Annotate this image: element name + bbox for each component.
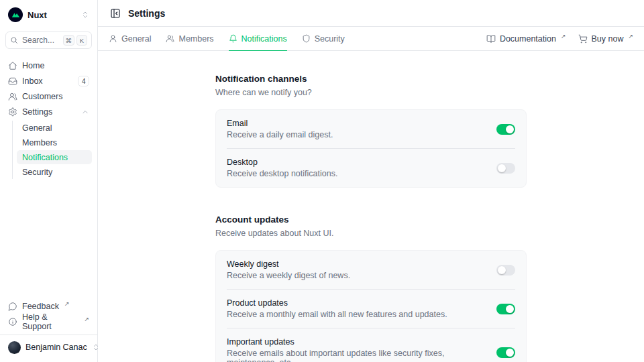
kbd-k: K: [76, 35, 87, 46]
chevrons-up-down-icon: [81, 11, 89, 19]
footer-link-label: Help & Support: [22, 312, 78, 331]
book-open-icon: [486, 34, 496, 44]
toggle-knob: [498, 266, 506, 274]
message-bubble-icon: [8, 302, 17, 311]
sidebar-spacer: [5, 179, 92, 299]
search-box[interactable]: ⌘ K: [5, 32, 92, 49]
app-window: Nuxt ⌘ K Home: [0, 0, 644, 362]
settings-card: Weekly digest Receive a weekly digest of…: [215, 250, 527, 362]
header-link-label: Documentation: [500, 34, 556, 44]
workspace-name: Nuxt: [28, 10, 76, 20]
tab-members[interactable]: Members: [166, 27, 213, 50]
settings-content: Notification channels Where can we notif…: [98, 51, 644, 362]
field-row-desktop: Desktop Receive desktop notifications.: [216, 149, 526, 187]
header-link-label: Buy now: [592, 34, 624, 44]
field-description: Receive a monthly email with all new fea…: [227, 310, 486, 319]
sidebar-item-customers[interactable]: Customers: [5, 89, 92, 104]
field-texts: Important updates Receive emails about i…: [227, 337, 486, 362]
field-description: Receive emails about important updates l…: [227, 349, 486, 362]
field-description: Receive a weekly digest of news.: [227, 271, 486, 280]
sidebar-subitem-notifications[interactable]: Notifications: [17, 150, 92, 164]
sidebar: Nuxt ⌘ K Home: [0, 0, 98, 362]
feedback-link[interactable]: Feedback ↗: [5, 299, 92, 314]
info-circle-icon: [8, 317, 17, 326]
field-label: Email: [227, 119, 486, 128]
users-icon: [8, 92, 17, 101]
sidebar-subitem-security[interactable]: Security: [17, 165, 92, 179]
sidebar-subitem-label: Members: [22, 138, 57, 147]
sidebar-subitem-label: Security: [22, 168, 52, 177]
sidebar-subitem-label: Notifications: [22, 153, 68, 162]
field-texts: Desktop Receive desktop notifications.: [227, 158, 486, 178]
gear-icon: [8, 107, 17, 117]
external-link-icon: ↗: [64, 300, 70, 307]
page-header: Settings: [98, 0, 644, 27]
field-label: Desktop: [227, 158, 486, 167]
field-row-email: Email Receive a daily email digest.: [216, 110, 526, 148]
tab-general[interactable]: General: [109, 27, 151, 50]
collapse-sidebar-icon[interactable]: [109, 7, 122, 20]
sidebar-subitem-label: General: [22, 123, 52, 133]
sidebar-nav: Home Inbox 4 Customers Settings: [5, 58, 92, 179]
shopping-cart-icon: [578, 34, 588, 44]
tab-label: Security: [315, 34, 345, 44]
settings-column: Notification channels Where can we notif…: [215, 74, 527, 362]
section-notification-channels: Notification channels Where can we notif…: [215, 74, 527, 188]
sidebar-item-label: Home: [22, 61, 89, 70]
help-support-link[interactable]: Help & Support ↗: [5, 314, 92, 329]
users-icon: [166, 34, 174, 43]
buy-now-link[interactable]: Buy now ↗: [578, 34, 634, 44]
settings-card: Email Receive a daily email digest. Desk…: [215, 109, 527, 188]
external-link-icon: ↗: [628, 33, 633, 40]
user-name: Benjamin Canac: [25, 343, 87, 352]
sidebar-item-label: Customers: [22, 92, 89, 101]
section-description: Where can we notify you?: [215, 88, 527, 97]
sidebar-item-home[interactable]: Home: [5, 58, 92, 73]
field-label: Weekly digest: [227, 259, 486, 269]
section-title: Notification channels: [215, 74, 527, 84]
external-link-icon: ↗: [84, 316, 89, 322]
tab-notifications[interactable]: Notifications: [229, 27, 287, 50]
chevron-up-icon: [81, 108, 89, 116]
field-label: Product updates: [227, 298, 486, 308]
workspace-switcher[interactable]: Nuxt: [5, 5, 92, 24]
field-label: Important updates: [227, 337, 486, 347]
inbox-count-badge: 4: [78, 76, 89, 86]
header-links: Documentation ↗ Buy now ↗: [486, 27, 633, 50]
product-updates-toggle[interactable]: [496, 304, 515, 314]
field-texts: Email Receive a daily email digest.: [227, 119, 486, 139]
desktop-toggle[interactable]: [496, 163, 515, 174]
footer-link-label: Feedback: [22, 302, 59, 311]
sidebar-subitem-general[interactable]: General: [17, 121, 92, 135]
field-row-weekly-digest: Weekly digest Receive a weekly digest of…: [216, 251, 526, 289]
field-texts: Weekly digest Receive a weekly digest of…: [227, 259, 486, 280]
sidebar-item-inbox[interactable]: Inbox 4: [5, 74, 92, 88]
search-input[interactable]: [22, 36, 59, 45]
settings-tabbar: General Members Notifications Security: [98, 27, 644, 51]
sidebar-divider: [0, 335, 97, 335]
toggle-knob: [498, 164, 506, 172]
email-toggle[interactable]: [496, 124, 515, 135]
tab-security[interactable]: Security: [302, 27, 345, 50]
sidebar-item-label: Settings: [22, 107, 76, 117]
field-description: Receive desktop notifications.: [227, 169, 486, 178]
toggle-knob: [506, 125, 514, 133]
section-description: Receive updates about Nuxt UI.: [215, 229, 527, 238]
documentation-link[interactable]: Documentation ↗: [486, 34, 566, 44]
page-title: Settings: [128, 8, 165, 19]
user-menu[interactable]: Benjamin Canac: [5, 338, 92, 357]
external-link-icon: ↗: [561, 33, 566, 40]
important-updates-toggle[interactable]: [496, 347, 515, 358]
tab-label: Members: [178, 34, 213, 44]
avatar: [8, 341, 21, 354]
toggle-knob: [506, 305, 514, 313]
sidebar-subitem-members[interactable]: Members: [17, 135, 92, 149]
field-row-product-updates: Product updates Receive a monthly email …: [216, 290, 526, 328]
weekly-digest-toggle[interactable]: [496, 265, 515, 276]
user-icon: [109, 34, 117, 43]
field-description: Receive a daily email digest.: [227, 130, 486, 139]
tab-label: General: [121, 34, 151, 44]
tab-label: Notifications: [241, 34, 287, 44]
sidebar-item-settings[interactable]: Settings: [5, 105, 92, 119]
search-icon: [10, 36, 18, 44]
